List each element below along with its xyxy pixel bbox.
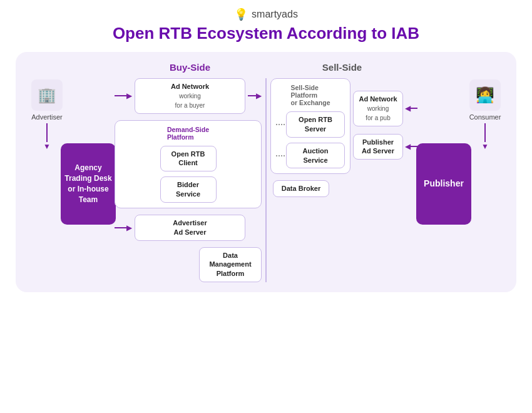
sell-side-label: Sell-Side <box>267 62 417 73</box>
center-area: Buy-Side Sell-Side ▶ Ad Network <box>115 62 417 282</box>
auction-service-node: Auction Service <box>286 143 345 169</box>
main-nodes-row: ▶ Ad Network workingfor a buyer ▶ <box>115 78 417 282</box>
adv-arrowhead: ▼ <box>43 142 51 151</box>
ad-network-pub-node: Ad Network workingfor a pub <box>353 91 403 126</box>
sell-side-area: Sell-SidePlatformor Exchange Open RTB Se… <box>270 78 417 282</box>
data-broker-row: Data Broker <box>270 180 417 197</box>
dmp-row: DataManagementPlatform <box>115 247 262 283</box>
data-broker-node: Data Broker <box>273 180 329 197</box>
adv-ad-server-row: ▶ AdvertiserAd Server <box>115 215 262 241</box>
arrow-from-pub2: ◀ <box>405 142 417 151</box>
logo-icon: 💡 <box>234 8 248 21</box>
consumer-arrowhead: ▼ <box>481 142 489 151</box>
dsp-title: Demand-SidePlatform <box>167 126 209 141</box>
adv-arrow-down <box>46 123 48 142</box>
pub-adserver-wrapper: Publisher Ad Server ◀ <box>353 134 417 160</box>
advertiser-col: 🏢 Advertiser ▼ <box>28 62 66 151</box>
consumer-col: 👩‍💻 Consumer ▼ <box>466 62 504 151</box>
auction-dotted-row: Auction Service <box>276 143 345 169</box>
ad-network-buyer-node: Ad Network workingfor a buyer <box>135 78 245 114</box>
advertiser-icon: 🏢 <box>31 79 63 111</box>
diagram: 🏢 Advertiser ▼ AgencyTrading Deskor In-h… <box>16 52 516 292</box>
consumer-label: Consumer <box>469 113 501 121</box>
arrow-to-adnet: ▶ <box>115 91 132 100</box>
page-title: Open RTB Ecosystem According to IAB <box>113 24 419 43</box>
dot-line-left2 <box>276 155 285 156</box>
open-rtb-server-node: Open RTB Server <box>286 111 345 138</box>
sell-right-nodes: Ad Network workingfor a pub ◀ Publ <box>353 78 417 160</box>
arrow-to-dsp: ▶ <box>248 91 262 100</box>
advertiser-label: Advertiser <box>31 113 63 121</box>
agency-wrapper: AgencyTrading Deskor In-houseTeam <box>66 62 115 225</box>
publisher-wrapper: Publisher <box>417 62 466 225</box>
consumer-arrow-down <box>484 123 486 142</box>
agency-box: AgencyTrading Deskor In-houseTeam <box>61 143 116 225</box>
consumer-icon: 👩‍💻 <box>469 79 501 111</box>
logo-text: smartyads <box>252 9 298 20</box>
arrow-from-pub: ◀ <box>405 104 417 113</box>
arrow-to-adserver: ▶ <box>115 223 132 232</box>
logo: 💡 smartyads <box>234 8 298 21</box>
dsp-panel: Demand-SidePlatform Open RTB Client Bidd… <box>115 120 262 208</box>
buy-side-label: Buy-Side <box>115 62 265 73</box>
bidder-service-node: Bidder Service <box>160 176 217 203</box>
buy-ad-network-row: ▶ Ad Network workingfor a buyer ▶ <box>115 78 262 114</box>
buy-side-area: ▶ Ad Network workingfor a buyer ▶ <box>115 78 262 282</box>
ssp-title: Sell-SidePlatformor Exchange <box>290 84 330 106</box>
open-rtb-client-node: Open RTB Client <box>160 146 217 172</box>
publisher-box: Publisher <box>416 143 471 225</box>
publisher-ad-server-node: Publisher Ad Server <box>353 134 403 160</box>
data-management-platform-node: DataManagementPlatform <box>199 247 262 283</box>
labels-row: Buy-Side Sell-Side <box>115 62 417 73</box>
vertical-divider <box>265 78 267 282</box>
ssp-adnet-row: Sell-SidePlatformor Exchange Open RTB Se… <box>270 78 417 174</box>
advertiser-ad-server-node: AdvertiserAd Server <box>135 215 245 241</box>
dot-line-left <box>276 124 285 125</box>
ssp-panel: Sell-SidePlatformor Exchange Open RTB Se… <box>270 78 350 174</box>
agency-text: AgencyTrading Deskor In-houseTeam <box>64 163 111 205</box>
rtb-dotted-row: Open RTB Server <box>276 111 345 138</box>
sell-adnet-wrapper: Ad Network workingfor a pub ◀ <box>353 91 417 126</box>
